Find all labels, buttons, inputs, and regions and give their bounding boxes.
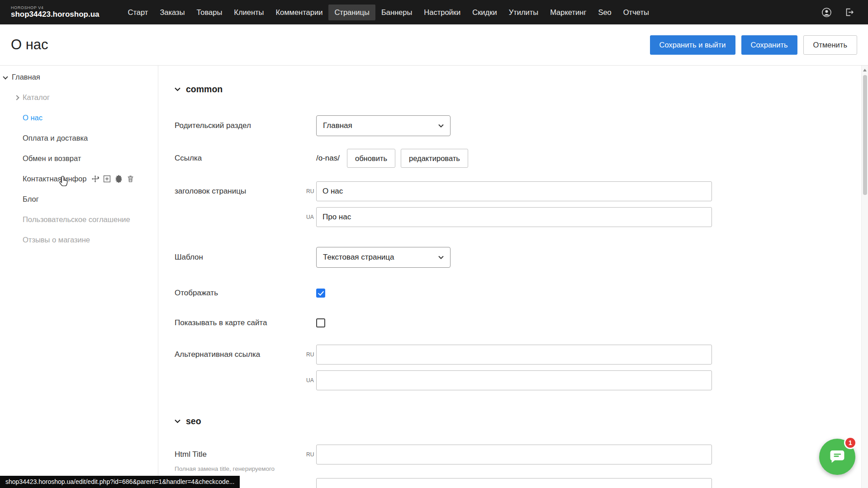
save-button[interactable]: Сохранить xyxy=(741,35,797,55)
topbar: HOROSHOP V4 shop34423.horoshop.ua Старт … xyxy=(0,0,868,24)
page-header: О нас Сохранить и выйти Сохранить Отмени… xyxy=(0,24,868,66)
nav-item-products[interactable]: Товары xyxy=(191,5,228,20)
sitemap-row: Показывать в карте сайта xyxy=(175,318,868,327)
sidebar-item-label: Обмен и возврат xyxy=(23,154,81,163)
sidebar-item-oplata-i-dostavka[interactable]: Оплата и доставка xyxy=(0,128,158,148)
pages-tree-sidebar: Главная Каталог О нас Оплата и доставка … xyxy=(0,66,158,488)
lang-ua-badge: UA xyxy=(306,214,316,220)
sidebar-item-label: Блог xyxy=(23,195,39,204)
sitemap-checkbox[interactable] xyxy=(316,318,325,327)
scrollbar[interactable] xyxy=(861,66,868,488)
nav-item-clients[interactable]: Клиенты xyxy=(228,5,270,20)
sitemap-label: Показывать в карте сайта xyxy=(175,318,306,327)
chevron-down-icon xyxy=(175,87,180,91)
nav-item-reports[interactable]: Отчеты xyxy=(617,5,655,20)
sidebar-item-glavnaya[interactable]: Главная xyxy=(0,67,158,87)
alt-link-label: Альтернативная ссылка xyxy=(175,350,306,359)
chat-bubble-icon xyxy=(829,449,846,464)
template-select[interactable]: Текстовая страница xyxy=(316,247,451,268)
html-title-ru-row: Html Title Полная замена title, генериру… xyxy=(175,445,868,472)
sidebar-item-otzyvy-o-magazine[interactable]: Отзывы о магазине xyxy=(0,230,158,250)
sidebar-item-label: Пользовательское соглашение xyxy=(23,215,130,224)
update-link-button[interactable]: обновить xyxy=(347,149,395,168)
nav-item-marketing[interactable]: Маркетинг xyxy=(544,5,592,20)
section-seo-title: seo xyxy=(186,416,201,426)
lang-ru-badge: RU xyxy=(306,351,316,358)
sidebar-item-label: Контактная инфор xyxy=(23,175,86,183)
page-edit-form: common Родительский раздел Главная Ссылк… xyxy=(158,66,868,488)
scrollbar-thumb[interactable] xyxy=(863,75,867,195)
sidebar-item-blog[interactable]: Блог xyxy=(0,189,158,209)
sidebar-item-label: Отзывы о магазине xyxy=(23,236,90,244)
logout-icon[interactable] xyxy=(844,7,854,17)
nav-item-settings[interactable]: Настройки xyxy=(418,5,466,20)
cancel-button[interactable]: Отменить xyxy=(803,35,857,55)
alt-link-ru-input[interactable] xyxy=(316,345,712,365)
topbar-actions xyxy=(821,7,868,18)
add-page-icon[interactable] xyxy=(103,175,111,183)
sidebar-item-o-nas[interactable]: О нас xyxy=(0,108,158,128)
account-icon[interactable] xyxy=(821,7,832,18)
display-label: Отображать xyxy=(175,289,306,298)
chevron-right-icon[interactable] xyxy=(14,95,19,100)
nav-item-seo[interactable]: Seo xyxy=(592,5,617,20)
chevron-down-icon xyxy=(438,124,444,128)
html-title-caption: Полная замена title, генерируемого xyxy=(175,465,306,472)
nav-item-banners[interactable]: Баннеры xyxy=(375,5,418,20)
sidebar-item-kontaktnaya-informatsiya[interactable]: Контактная инфор xyxy=(0,169,158,189)
delete-trash-icon[interactable] xyxy=(127,175,134,183)
link-path-text: /o-nas/ xyxy=(316,154,340,163)
scroll-up-arrow[interactable] xyxy=(863,69,867,71)
page-title-ua-input[interactable] xyxy=(316,207,712,227)
edit-link-button[interactable]: редактировать xyxy=(401,149,468,168)
chevron-down-icon xyxy=(438,256,444,259)
chat-badge: 1 xyxy=(844,436,857,449)
page-title-label: заголовок страницы xyxy=(175,187,306,196)
logo-domain-label: shop34423.horoshop.ua xyxy=(11,10,100,19)
page-title-ru-row: заголовок страницы RU xyxy=(175,181,868,201)
alt-link-ua-input[interactable] xyxy=(316,370,712,390)
parent-section-row: Родительский раздел Главная xyxy=(175,115,868,136)
sidebar-item-label: Оплата и доставка xyxy=(23,134,88,142)
link-label: Ссылка xyxy=(175,154,306,163)
top-navigation: Старт Заказы Товары Клиенты Комментарии … xyxy=(122,5,655,20)
move-icon[interactable] xyxy=(91,175,99,183)
nav-item-comments[interactable]: Комментарии xyxy=(270,5,328,20)
tree-item-actions xyxy=(91,175,134,183)
sidebar-item-katalog[interactable]: Каталог xyxy=(0,87,158,108)
alt-link-ua-row: UA xyxy=(175,370,868,390)
display-checkbox[interactable] xyxy=(316,289,325,298)
save-and-exit-button[interactable]: Сохранить и выйти xyxy=(650,35,735,55)
section-common-header[interactable]: common xyxy=(175,84,868,95)
nav-item-start[interactable]: Старт xyxy=(122,5,154,20)
settings-gear-icon[interactable] xyxy=(115,175,123,183)
template-value: Текстовая страница xyxy=(323,253,394,262)
html-title-label: Html Title xyxy=(175,450,306,459)
logo[interactable]: HOROSHOP V4 shop34423.horoshop.ua xyxy=(0,5,100,19)
chat-widget: 1 xyxy=(819,439,855,475)
html-title-ua-input[interactable] xyxy=(316,478,712,488)
sidebar-item-label: Каталог xyxy=(23,93,50,102)
page-title-ru-input[interactable] xyxy=(316,181,712,201)
chevron-down-icon[interactable] xyxy=(3,74,8,79)
parent-section-select[interactable]: Главная xyxy=(316,115,451,136)
parent-section-value: Главная xyxy=(323,121,352,130)
page-title-ua-row: UA xyxy=(175,207,868,227)
nav-item-pages[interactable]: Страницы xyxy=(328,5,375,20)
nav-item-orders[interactable]: Заказы xyxy=(154,5,190,20)
workarea: Главная Каталог О нас Оплата и доставка … xyxy=(0,66,868,488)
nav-item-discounts[interactable]: Скидки xyxy=(466,5,503,20)
section-seo-header[interactable]: seo xyxy=(175,416,868,426)
sidebar-item-obmen-i-vozvrat[interactable]: Обмен и возврат xyxy=(0,148,158,169)
parent-section-label: Родительский раздел xyxy=(175,121,306,130)
section-common-title: common xyxy=(186,84,223,95)
header-actions: Сохранить и выйти Сохранить Отменить xyxy=(650,35,857,55)
sidebar-item-label: О нас xyxy=(23,114,43,122)
html-title-ru-input[interactable] xyxy=(316,445,712,464)
sidebar-item-label: Главная xyxy=(12,73,40,81)
display-row: Отображать xyxy=(175,289,868,298)
nav-item-utilities[interactable]: Утилиты xyxy=(503,5,545,20)
lang-ua-badge: UA xyxy=(306,377,316,384)
sidebar-item-polzovatelskoe-soglashenie[interactable]: Пользовательское соглашение xyxy=(0,209,158,230)
lang-ru-badge: RU xyxy=(306,188,316,194)
